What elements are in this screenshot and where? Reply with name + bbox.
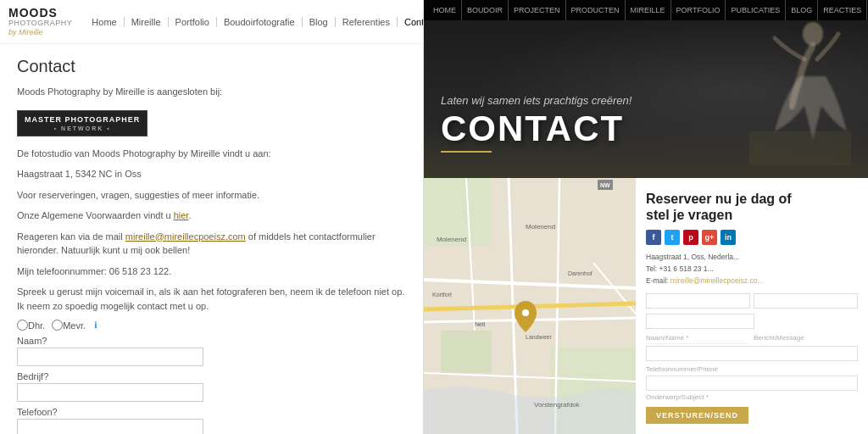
rnav-reacties[interactable]: REACTIES (818, 0, 867, 20)
right-nav-items: HOME BOUDOIR PROJECTEN PRODUCTEN MIREILL… (428, 0, 868, 20)
nav-referenties[interactable]: Referenties (336, 17, 398, 27)
rnav-publicaties[interactable]: PUBLICATIES (726, 0, 786, 20)
logo[interactable]: MOODS PHOTOGRAPHY by Mireille (8, 7, 72, 36)
nav-blog[interactable]: Blog (303, 17, 336, 27)
contact-form-section: Reserveer nu je dag of stel je vragen f … (636, 178, 868, 434)
svg-text:Nell: Nell (475, 321, 486, 327)
name-input[interactable] (17, 348, 203, 366)
reservations-text: Voor reserveringen, vragen, suggesties o… (17, 188, 406, 203)
address-line2: Haagstraat 1, 5342 NC in Oss (17, 167, 406, 181)
telefoon-field-label: Telefoonnummer/Phone (646, 365, 858, 373)
naam-field-label: Naam/Name * (646, 334, 750, 344)
nav-boudoir[interactable]: Boudoirfotografie (217, 17, 303, 27)
left-content: Contact Moods Photography by Mireille is… (0, 44, 423, 434)
bedrijf-input[interactable] (17, 383, 203, 402)
nav-contact[interactable]: Contact (398, 17, 424, 27)
telefoon-text: Mijn telefoonnummer: 06 518 23 122. (17, 264, 406, 279)
address-info: Haagstraat 1, Oss, Nederla... Tel: +31 6… (646, 252, 858, 287)
svg-rect-5 (441, 331, 492, 373)
hero-underline (441, 151, 492, 153)
cf-naam-input[interactable] (646, 293, 750, 309)
nav-home[interactable]: Home (85, 17, 124, 27)
left-top-nav: MOODS PHOTOGRAPHY by Mireille Home Mirei… (0, 0, 423, 44)
master-photo-badge: MASTER PHOTOGRAPHER • NETWORK • (17, 110, 147, 136)
reageren-text: Reageren kan via de mail mireille@mireil… (17, 230, 406, 258)
info-icon: ℹ (94, 320, 97, 330)
cf-bericht-input[interactable] (754, 293, 858, 309)
linkedin-icon[interactable]: in (721, 230, 736, 245)
onderwerp-field-label: Onderwerp/Subject * (646, 393, 858, 401)
rnav-portfolio[interactable]: PORTFOLIO (671, 0, 726, 20)
address-line1: De fotostudio van Moods Photography by M… (17, 147, 406, 161)
svg-text:Darenhof: Darenhof (568, 270, 593, 276)
map-section: Molenend Molenend Kortfort Darenhof Land… (424, 178, 636, 434)
hero-text-area: Laten wij samen iets prachtigs creëren! … (441, 94, 632, 153)
nav-portfolio[interactable]: Portfolio (169, 17, 217, 27)
facebook-icon[interactable]: f (646, 230, 661, 245)
svg-point-24 (522, 309, 529, 316)
hero-title: CONTACT (441, 111, 632, 147)
rnav-projecten[interactable]: PROJECTEN (509, 0, 566, 20)
twitter-icon[interactable]: t (665, 230, 680, 245)
svg-text:NW: NW (600, 182, 610, 188)
left-panel: MOODS PHOTOGRAPHY by Mireille Home Mirei… (0, 0, 424, 434)
salutation-mevr-radio[interactable] (52, 320, 63, 331)
rnav-mireille[interactable]: MIREILLE (626, 0, 671, 20)
right-panel: HOME BOUDOIR PROJECTEN PRODUCTEN MIREILL… (424, 0, 868, 434)
rnav-boudoir[interactable]: BOUDOIR (462, 0, 509, 20)
cf-bericht-spacer (758, 314, 858, 331)
intro-text: Moods Photography by Mireille is aangesl… (17, 85, 406, 99)
logo-main: MOODS (8, 7, 58, 19)
cf-telefoon-input[interactable] (646, 346, 858, 361)
svg-point-0 (803, 22, 823, 46)
voorwaarden-link[interactable]: hier (174, 210, 189, 220)
email-link[interactable]: mireille@mireillecpoeisz.com (125, 231, 246, 242)
telefoon-input[interactable] (17, 419, 203, 434)
rnav-home[interactable]: HOME (428, 0, 462, 20)
pinterest-icon[interactable]: p (683, 230, 698, 245)
cf-row-mail (646, 314, 858, 331)
send-button[interactable]: VERSTUREN/SEND (646, 407, 748, 424)
cf-title: Reserveer nu je dag of stel je vragen (646, 191, 858, 223)
spreek-text: Spreek u gerust mijn voicemail in, als i… (17, 285, 406, 313)
hero-area: Laten wij samen iets prachtigs creëren! … (424, 0, 868, 178)
right-top-nav: HOME BOUDOIR PROJECTEN PRODUCTEN MIREILL… (424, 0, 868, 20)
salutation-row: Dhr. Mevr. ℹ (17, 320, 406, 331)
nav-mireille[interactable]: Mireille (125, 17, 169, 27)
bedrijf-label: Bedrijf? (17, 371, 406, 381)
cf-field-labels: Naam/Name * Bericht/Message (646, 334, 858, 344)
svg-text:Molenend: Molenend (526, 223, 555, 231)
main-nav: Home Mireille Portfolio Boudoirfotografi… (85, 17, 424, 27)
rnav-blog[interactable]: BLOG (786, 0, 818, 20)
cf-onderwerp-input[interactable] (646, 376, 858, 391)
map-background: Molenend Molenend Kortfort Darenhof Land… (424, 178, 636, 434)
contact-email-link[interactable]: mireille@mireillecpoeisz.co... (670, 276, 764, 285)
salutation-mevr-label: Mevr. (63, 320, 86, 331)
cf-row-naam-bericht (646, 293, 858, 311)
svg-text:Landweer: Landweer (526, 334, 552, 340)
cf-mail-input[interactable] (646, 314, 754, 329)
name-label: Naam? (17, 336, 406, 346)
cf-field-row3 (646, 376, 858, 393)
svg-text:Kortfort: Kortfort (432, 292, 452, 298)
logo-sub: PHOTOGRAPHY (8, 19, 72, 27)
bericht-field-label: Bericht/Message (754, 334, 858, 344)
svg-text:Molenend: Molenend (437, 236, 466, 243)
rnav-producten[interactable]: PRODUCTEN (566, 0, 626, 20)
salutation-dhr-radio[interactable] (17, 320, 28, 331)
logo-by: by Mireille (8, 28, 43, 36)
svg-text:Vorstengrafdok: Vorstengrafdok (534, 401, 581, 409)
page-title: Contact (17, 57, 406, 76)
salutation-dhr-label: Dhr. (28, 320, 45, 331)
google-icon[interactable]: g+ (702, 230, 717, 245)
hero-subtitle: Laten wij samen iets prachtigs creëren! (441, 94, 632, 107)
social-icons: f t p g+ in (646, 230, 858, 245)
telefoon-label: Telefoon? (17, 407, 406, 417)
voorwaarden-text: Onze Algemene Voorwaarden vindt u hier. (17, 209, 406, 223)
cf-field-row2 (646, 346, 858, 364)
